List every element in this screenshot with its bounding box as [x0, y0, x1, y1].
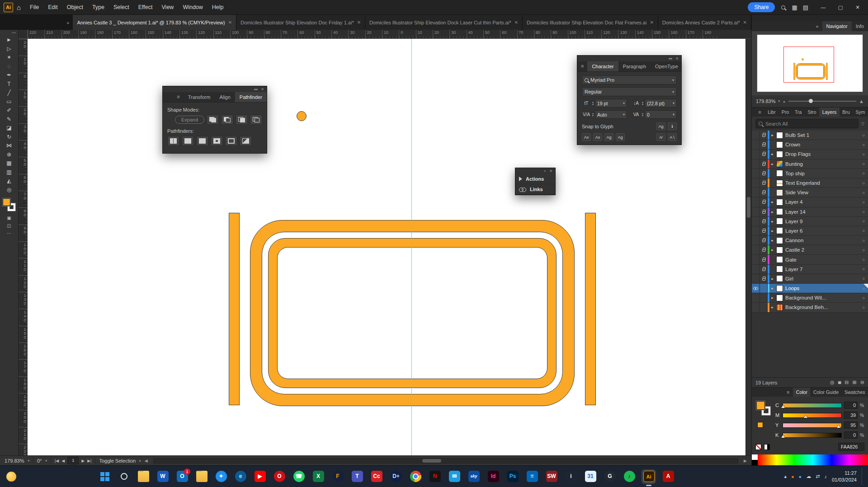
rotate-tool[interactable]: ↻ [0, 133, 18, 142]
word[interactable]: W [156, 469, 170, 484]
visibility-toggle[interactable] [752, 265, 760, 274]
layer-row[interactable]: Top ship [752, 169, 868, 178]
layer-row[interactable]: Cannon [752, 236, 868, 245]
divide-button[interactable] [167, 136, 179, 146]
target-circle[interactable] [859, 305, 868, 310]
target-circle[interactable] [859, 286, 868, 291]
locate-object-icon[interactable]: ◎ [830, 379, 835, 385]
hex-value-field[interactable]: FAA826 [838, 443, 864, 451]
eraser-tool[interactable]: ◪ [0, 124, 18, 133]
visibility-toggle[interactable] [752, 150, 760, 159]
menu-item[interactable]: Window [178, 0, 207, 15]
previous-artboard-button[interactable]: ◀ [61, 459, 65, 463]
layer-row[interactable]: Layer 4 [752, 197, 868, 207]
safari[interactable]: ✦ [214, 469, 228, 484]
font-style-select[interactable]: Regular ▾ [582, 87, 677, 96]
github[interactable]: G [603, 469, 617, 484]
links-panel-row[interactable]: Links [515, 184, 555, 195]
lock-toggle[interactable] [760, 265, 768, 274]
panel-tab[interactable]: Pathfinder [235, 92, 267, 102]
layer-row[interactable]: Side View [752, 188, 868, 197]
panel-tab[interactable]: Color [793, 388, 810, 397]
panel-close-icon[interactable]: ✕ [549, 169, 552, 173]
zoom-in-icon[interactable]: ▲ [859, 98, 864, 104]
panel-tab[interactable]: Tra [792, 108, 805, 117]
exclude-button[interactable] [250, 115, 262, 125]
network-icon[interactable]: ⇄ [816, 473, 820, 479]
expand-arrow-icon[interactable] [769, 305, 775, 309]
target-circle[interactable] [859, 228, 868, 233]
stepper-icon[interactable]: ▴▾ [592, 101, 594, 106]
slider-handle[interactable] [781, 435, 785, 438]
panel-collapse-icon[interactable]: » [544, 169, 546, 173]
target-circle[interactable] [859, 295, 868, 300]
panel-menu-icon[interactable]: ≡ [783, 388, 793, 397]
last-color-swatch[interactable] [757, 422, 763, 428]
apps-grid-icon[interactable]: ▦ [792, 4, 797, 11]
make-clip-mask-icon[interactable]: ◙ [838, 379, 841, 385]
volume-icon[interactable]: ♪ [824, 474, 827, 479]
draw-mode-icon[interactable]: ▣ [0, 214, 18, 222]
document-tab[interactable]: Domiciles Illustrator Ship Elevation Doc… [365, 15, 523, 30]
kerning-field[interactable]: V/A ▴▾ Auto▾ [582, 110, 627, 119]
horizontal-scrollbar[interactable] [153, 458, 739, 464]
scroll-left-arrow[interactable]: ◀ [145, 459, 148, 463]
teams[interactable]: T [350, 469, 364, 484]
tab-close-icon[interactable]: ✕ [228, 20, 232, 25]
chrome[interactable] [408, 469, 423, 484]
tab-overflow-icon[interactable]: » [63, 20, 73, 25]
layer-name[interactable]: Bulb Set 1 [785, 132, 859, 138]
workspace-switcher-icon[interactable]: ▤ [803, 4, 808, 11]
target-circle[interactable] [859, 257, 868, 262]
snap-glyph-bounds-icon[interactable]: Ag [604, 133, 613, 141]
panel-menu-icon[interactable]: ≡ [173, 92, 183, 102]
layer-row[interactable]: Gate [752, 255, 868, 264]
expand-arrow-icon[interactable] [769, 286, 775, 290]
expand-arrow-icon[interactable] [769, 229, 775, 233]
layer-name[interactable]: Layer 9 [785, 219, 859, 224]
lock-toggle[interactable] [760, 169, 768, 178]
slider-track[interactable] [783, 423, 842, 428]
spotify[interactable]: ♪ [622, 469, 637, 484]
lock-toggle[interactable] [760, 197, 768, 206]
rectangle-tool[interactable]: ▭ [0, 98, 18, 107]
taskbar-clock[interactable]: 11:27 01/03/2024 [832, 470, 857, 483]
panel-tab[interactable]: Bru [840, 108, 853, 117]
target-circle[interactable] [859, 161, 868, 166]
outlook[interactable]: O 1 [175, 469, 189, 484]
illustrator[interactable]: Ai [642, 469, 656, 484]
expand-arrow-icon[interactable] [769, 162, 775, 166]
font-size-field[interactable]: tT ▴▾ 19 pt▾ [582, 99, 627, 108]
file-explorer[interactable] [136, 469, 151, 484]
new-sublayer-icon[interactable]: ⊟ [844, 379, 849, 385]
width-tool[interactable]: ⋈ [0, 141, 18, 150]
target-circle[interactable] [859, 133, 868, 138]
document-tab[interactable]: Domiciles Annies Castle 2 Parts.ai* ✕ [658, 15, 751, 30]
layer-name[interactable]: Loops [785, 286, 859, 291]
layer-row[interactable]: Castle 2 [752, 245, 868, 255]
white-black-ramp[interactable] [752, 454, 758, 465]
vertical-scrollbar[interactable] [745, 39, 751, 455]
layer-name[interactable]: Castle 2 [785, 247, 859, 253]
lock-toggle[interactable] [760, 226, 768, 235]
creative-cloud[interactable]: Cc [369, 469, 384, 484]
snap-xheight-icon[interactable]: Ax [593, 133, 602, 141]
panel-collapse-icon[interactable]: ◂◂ [254, 87, 257, 91]
layer-name[interactable]: Crown [785, 142, 859, 147]
navigator-zoom-slider[interactable] [788, 101, 856, 102]
menu-item[interactable]: Effect [134, 0, 157, 15]
sky[interactable]: sky [467, 469, 481, 484]
selection-tool[interactable]: ► [0, 36, 18, 45]
artwork-right-bar[interactable] [585, 213, 596, 405]
vertical-scroll-thumb[interactable] [747, 197, 750, 218]
magic-wand-tool[interactable]: ✶ [0, 53, 18, 62]
lock-toggle[interactable] [760, 188, 768, 197]
tracking-field[interactable]: VA ▴▾ 0▾ [632, 110, 677, 119]
panel-tab[interactable]: Layers [819, 108, 840, 117]
glyph-guides-icon[interactable]: Ag [656, 122, 665, 130]
new-layer-icon[interactable]: ⊞ [853, 379, 857, 385]
panel-tab[interactable]: Sym [853, 108, 868, 117]
minus-back-button[interactable] [240, 136, 252, 146]
expand-arrow-icon[interactable] [769, 152, 775, 156]
expand-arrow-icon[interactable] [769, 295, 775, 300]
